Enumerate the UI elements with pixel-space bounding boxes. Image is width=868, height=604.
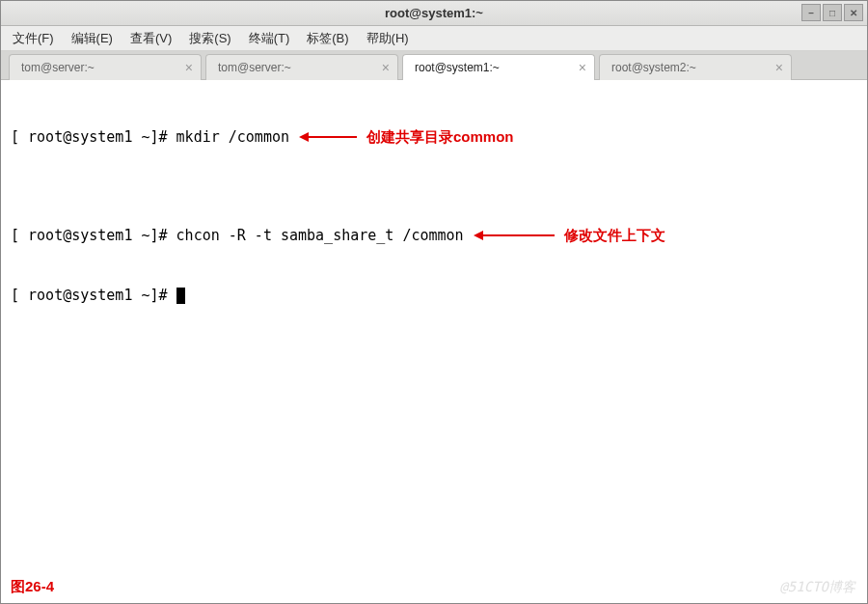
- menu-search[interactable]: 搜索(S): [183, 27, 236, 50]
- window-controls: – □ ✕: [801, 4, 863, 21]
- prompt: [ root@system1 ~]#: [11, 285, 176, 306]
- tab-close-icon[interactable]: ×: [579, 60, 586, 75]
- tab-label: root@system2:~: [611, 61, 696, 74]
- annotation-1: 创建共享目录common: [366, 126, 514, 148]
- tab-label: tom@server:~: [218, 61, 291, 74]
- menu-terminal[interactable]: 终端(T): [243, 27, 296, 50]
- minimize-button[interactable]: –: [801, 4, 821, 21]
- command: chcon -R -t samba_share_t /common: [176, 225, 464, 246]
- tab-close-icon[interactable]: ×: [382, 60, 390, 75]
- command: mkdir /common: [176, 126, 289, 148]
- annotation-2: 修改文件上下文: [564, 225, 665, 246]
- watermark: @51CTO博客: [779, 576, 855, 597]
- maximize-button[interactable]: □: [823, 4, 842, 21]
- tab-label: root@system1:~: [415, 61, 500, 74]
- tab-close-icon[interactable]: ×: [775, 60, 783, 75]
- terminal-line-1: [ root@system1 ~]# mkdir /common 创建共享目录c…: [11, 88, 857, 186]
- cursor-icon: [176, 288, 185, 304]
- menu-view[interactable]: 查看(V): [124, 27, 177, 50]
- figure-label: 图26-4: [11, 576, 54, 597]
- tabstrip: tom@server:~ × tom@server:~ × root@syste…: [1, 51, 867, 80]
- close-button[interactable]: ✕: [844, 4, 863, 21]
- arrow-icon: [472, 186, 556, 285]
- menu-help[interactable]: 帮助(H): [361, 27, 415, 50]
- svg-marker-3: [474, 231, 483, 240]
- prompt: [ root@system1 ~]#: [11, 225, 176, 246]
- tab-close-icon[interactable]: ×: [185, 60, 193, 75]
- svg-marker-1: [299, 132, 309, 142]
- prompt: [ root@system1 ~]#: [11, 126, 176, 148]
- menu-file[interactable]: 文件(F): [7, 27, 60, 50]
- tab-0[interactable]: tom@server:~ ×: [9, 54, 202, 80]
- terminal-area[interactable]: [ root@system1 ~]# mkdir /common 创建共享目录c…: [1, 80, 867, 603]
- tab-1[interactable]: tom@server:~ ×: [205, 54, 398, 80]
- terminal-line-2: [ root@system1 ~]# chcon -R -t samba_sha…: [11, 186, 857, 285]
- window-titlebar: root@system1:~ – □ ✕: [1, 1, 867, 26]
- terminal-line-3: [ root@system1 ~]#: [11, 285, 857, 306]
- tab-3[interactable]: root@system2:~ ×: [599, 54, 792, 80]
- window-title: root@system1:~: [385, 6, 483, 20]
- menubar: 文件(F) 编辑(E) 查看(V) 搜索(S) 终端(T) 标签(B) 帮助(H…: [1, 26, 867, 51]
- tab-2[interactable]: root@system1:~ ×: [402, 54, 595, 80]
- tab-label: tom@server:~: [21, 61, 95, 74]
- arrow-icon: [297, 88, 359, 186]
- menu-edit[interactable]: 编辑(E): [66, 27, 119, 50]
- menu-tabs[interactable]: 标签(B): [301, 27, 354, 50]
